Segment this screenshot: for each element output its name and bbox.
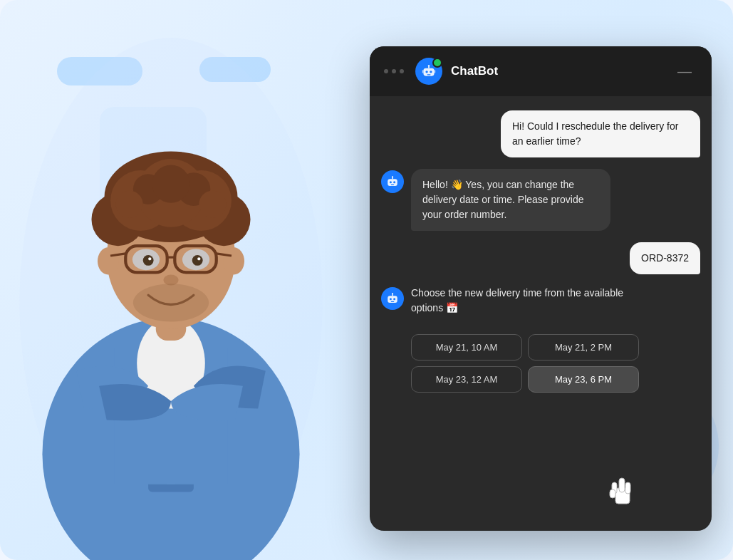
bot-avatar (415, 58, 442, 85)
person-illustration (0, 0, 342, 560)
message-bubble-bot-1: Hello! 👋 Yes, you can change the deliver… (411, 169, 610, 231)
svg-point-32 (163, 275, 178, 286)
dot-2 (392, 69, 396, 73)
dot-3 (400, 69, 404, 73)
svg-point-50 (393, 298, 395, 300)
option-may21-10am[interactable]: May 21, 10 AM (411, 334, 522, 361)
svg-point-43 (390, 181, 392, 183)
bot-message-avatar-2 (381, 287, 404, 310)
minimize-button[interactable]: — (672, 61, 697, 81)
svg-point-30 (148, 257, 151, 260)
chat-header: ChatBot — (370, 46, 712, 96)
message-bubble-order: ORD-8372 (630, 242, 700, 274)
svg-point-35 (425, 71, 427, 73)
svg-point-44 (393, 181, 395, 183)
svg-point-49 (390, 298, 392, 300)
bot-avatar-icon-1 (386, 175, 399, 188)
chat-title: ChatBot (451, 64, 663, 78)
option-may23-12am[interactable]: May 23, 12 AM (411, 366, 522, 393)
chat-body: Hi! Could I reschedule the delivery for … (370, 96, 712, 531)
svg-point-36 (430, 71, 432, 73)
option-may21-2pm[interactable]: May 21, 2 PM (528, 334, 639, 361)
svg-point-31 (197, 257, 200, 260)
dot-1 (384, 69, 388, 73)
message-row-user-1: Hi! Could I reschedule the delivery for … (381, 110, 700, 157)
message-row-bot-1: Hello! 👋 Yes, you can change the deliver… (381, 169, 700, 231)
svg-point-28 (143, 255, 154, 266)
svg-point-18 (199, 191, 226, 218)
header-dots (384, 69, 404, 73)
options-prompt-text: Choose the new delivery time from the av… (411, 286, 639, 316)
svg-point-33 (133, 284, 209, 321)
svg-rect-37 (427, 74, 431, 75)
message-bubble-user-1: Hi! Could I reschedule the delivery for … (501, 110, 700, 157)
svg-point-19 (98, 247, 119, 274)
bot-message-avatar-1 (381, 170, 404, 193)
svg-rect-51 (391, 301, 395, 302)
bot-icon (422, 64, 436, 78)
svg-point-29 (192, 255, 203, 266)
svg-point-16 (152, 165, 189, 203)
svg-point-47 (392, 176, 393, 177)
message-row-user-2: ORD-8372 (381, 242, 700, 274)
options-grid: May 21, 10 AM May 21, 2 PM May 23, 12 AM… (411, 334, 639, 393)
bot-avatar-icon-2 (386, 292, 399, 305)
svg-point-39 (428, 65, 430, 67)
svg-rect-41 (435, 70, 436, 73)
message-row-bot-options: Choose the new delivery time from the av… (381, 286, 700, 393)
svg-rect-40 (422, 70, 424, 73)
chat-window: ChatBot — Hi! Could I reschedule the del… (370, 46, 712, 531)
option-may23-6pm[interactable]: May 23, 6 PM (528, 366, 639, 393)
svg-point-20 (223, 247, 244, 274)
svg-rect-45 (391, 185, 395, 185)
svg-point-17 (115, 191, 142, 218)
svg-point-53 (392, 293, 393, 294)
